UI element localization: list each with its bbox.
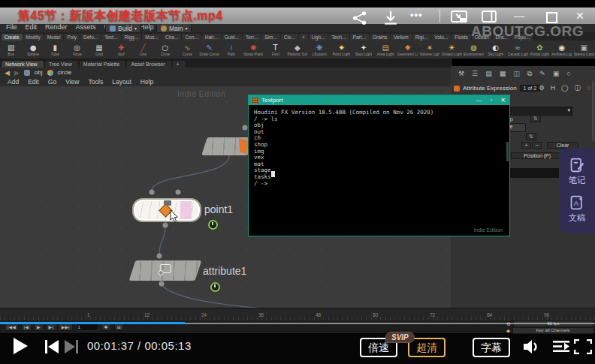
menu-item[interactable]: Edit	[26, 23, 38, 31]
shelf-tool[interactable]: ▣ Stereo Camera	[573, 41, 595, 59]
menu-item[interactable]: File	[6, 23, 17, 31]
menu-item[interactable]: Assets	[76, 23, 96, 31]
parameter-header-icon[interactable]: H	[551, 84, 555, 93]
textport-output[interactable]: Houdini FX Version 18.5.488 (Compiled on…	[249, 105, 509, 239]
shelf-tool[interactable]: ◎ Torus	[66, 41, 88, 59]
shelf-tool[interactable]: ╱ Line	[132, 41, 154, 59]
pane-toolbar-icon[interactable]: ▣	[553, 70, 560, 78]
previous-button[interactable]	[44, 339, 60, 357]
pane-toolbar-icon[interactable]: ○	[566, 70, 570, 78]
maximize-icon[interactable]: ▫	[490, 97, 492, 104]
parameter-header-icon[interactable]: ◯	[561, 84, 569, 93]
pane-toolbar-icon[interactable]: ⧉	[527, 70, 532, 78]
path-item-circle[interactable]: circle	[58, 69, 72, 76]
shelf-tab[interactable]: Part...	[350, 34, 369, 41]
shelf-tool[interactable]: ∿ Curve	[177, 41, 198, 59]
shelf-tab[interactable]: Cha...	[162, 34, 181, 41]
pane-tab-network-view[interactable]: Network View	[2, 61, 44, 68]
shelf-tab[interactable]: Modify	[23, 34, 44, 41]
shelf-tab[interactable]: Hair...	[202, 34, 221, 41]
parameter-header-icon[interactable]: ◌	[587, 84, 590, 93]
node-attribute1[interactable]	[129, 260, 202, 281]
shelf-tab[interactable]: Text...	[101, 34, 120, 41]
pane-tab-material-palette[interactable]: Material Palette	[80, 61, 126, 68]
shelf-tab[interactable]: Poly	[64, 34, 80, 41]
remove-expression-button[interactable]: −	[532, 142, 542, 149]
dock-sidebar-icon[interactable]	[482, 11, 498, 24]
parameter-header-icon[interactable]: ⓘ	[574, 84, 581, 93]
pane-toolbar-icon[interactable]: ◫	[513, 70, 520, 78]
fullscreen-icon[interactable]	[574, 339, 592, 357]
shelf-tool[interactable]: ✷ Point Light	[331, 41, 352, 59]
add-shelf-button[interactable]: +	[299, 34, 308, 41]
timeline-ruler[interactable]: 11224364860728496	[0, 308, 595, 321]
group-stepper[interactable]: ⇅	[530, 115, 541, 122]
point1-display-flag[interactable]	[180, 201, 192, 219]
shelf-tool[interactable]: ◉ Ambient Light	[551, 41, 572, 59]
shelf-tab[interactable]: Fluids	[452, 34, 470, 41]
close-icon[interactable]: ✕	[500, 97, 506, 104]
shelf-tab[interactable]: Clo...	[281, 34, 298, 41]
pane-toolbar-icon[interactable]: ☰	[472, 70, 478, 78]
shelf-tool[interactable]: ✚ Null	[110, 41, 132, 59]
shelf-tab[interactable]: Create	[2, 34, 23, 41]
current-frame-field[interactable]: 1	[76, 323, 98, 331]
minimize-icon[interactable]: —	[476, 97, 482, 104]
shelf-tool[interactable]: ▮ Tube	[44, 41, 66, 59]
path-item-obj[interactable]: obj	[35, 69, 43, 76]
network-menu-item[interactable]: Add	[8, 78, 19, 86]
network-menu-item[interactable]: Layout	[112, 78, 131, 86]
shelf-tab[interactable]: Guid...	[222, 34, 242, 41]
shelf-tool[interactable]: ◍ Environment Light	[463, 41, 485, 59]
add-pane-tab-button[interactable]: +	[173, 61, 186, 68]
shelf-tool[interactable]: ◐ Sky Light	[485, 41, 506, 59]
shelf-tab[interactable]: Defo...	[80, 34, 101, 41]
shelf-tool[interactable]: ✦ Spot Light	[352, 41, 374, 59]
pane-toolbar-icon[interactable]: ▦	[500, 70, 506, 78]
network-menu-item[interactable]: View	[65, 78, 79, 86]
shelf-tab[interactable]: Mus...	[142, 34, 162, 41]
attribute-dropdown[interactable]: Position (P)	[511, 152, 563, 159]
shelf-tab[interactable]: Volu...	[431, 34, 451, 41]
add-expression-button[interactable]: +	[521, 142, 531, 149]
shelf-tool[interactable]: ✶ Volume Light	[418, 41, 440, 59]
shelf-tab[interactable]: Model	[44, 34, 64, 41]
desktop-selector[interactable]: Build ▾	[105, 23, 141, 33]
shelf-tab[interactable]: Tech...	[328, 34, 349, 41]
shelf-tab[interactable]: Rigg...	[122, 34, 142, 41]
seekbar-track[interactable]	[185, 323, 595, 324]
key-all-channels-button[interactable]: Key all Channels	[512, 327, 593, 335]
shelf-tool[interactable]: ▧ Box	[0, 41, 22, 59]
main-takes-selector[interactable]: Main ▾	[156, 23, 192, 33]
shelf-tool[interactable]: ○ Circle	[154, 41, 176, 59]
playlist-icon[interactable]	[553, 340, 571, 356]
node-point1[interactable]	[134, 200, 200, 221]
param-scrollbar[interactable]	[592, 81, 594, 141]
minimize-icon[interactable]: —	[514, 10, 524, 22]
shelf-tab[interactable]: Rigi...	[412, 34, 431, 41]
seekbar-progress[interactable]	[0, 322, 185, 324]
parameter-header-icon[interactable]: ⚙	[539, 84, 545, 93]
shelf-tool[interactable]: ◆ Platonic Solids	[286, 41, 308, 59]
shelf-tab[interactable]: Con...	[182, 34, 201, 41]
more-icon[interactable]: •••	[410, 9, 423, 20]
shelf-tool[interactable]: ▤ Area Light	[375, 41, 397, 59]
maximize-icon[interactable]	[546, 12, 557, 23]
back-arrow-icon[interactable]: ◀	[5, 69, 10, 77]
selection-pager[interactable]: 1 of 2	[520, 85, 541, 92]
volume-icon[interactable]	[524, 339, 542, 357]
pane-tab-asset-browser[interactable]: Asset Browser	[127, 61, 171, 68]
shelf-tab[interactable]: Vellum	[391, 34, 412, 41]
shelf-tool[interactable]: ☀ Distant Light	[441, 41, 463, 59]
pane-tab-tree-view[interactable]: Tree View	[45, 61, 78, 68]
shelf-tool[interactable]: ✿ Portal Light	[529, 41, 551, 59]
shelf-tool[interactable]: ● Sphere	[22, 41, 44, 59]
transcript-button[interactable]: A 文稿	[569, 195, 586, 224]
shelf-tool[interactable]: ≈ Caustic Light	[507, 41, 529, 59]
network-menu-item[interactable]: Help	[140, 78, 153, 86]
textport-window[interactable]: Textport — ▫ ✕ Houdini FX Version 18.5.4…	[248, 95, 510, 236]
shelf-tool[interactable]: ✸ Geometry Light	[397, 41, 418, 59]
multiparm-stepper[interactable]: ⇅	[526, 133, 536, 140]
menu-item[interactable]: Help	[140, 23, 154, 31]
pane-toolbar-icon[interactable]: ✎	[539, 70, 545, 78]
